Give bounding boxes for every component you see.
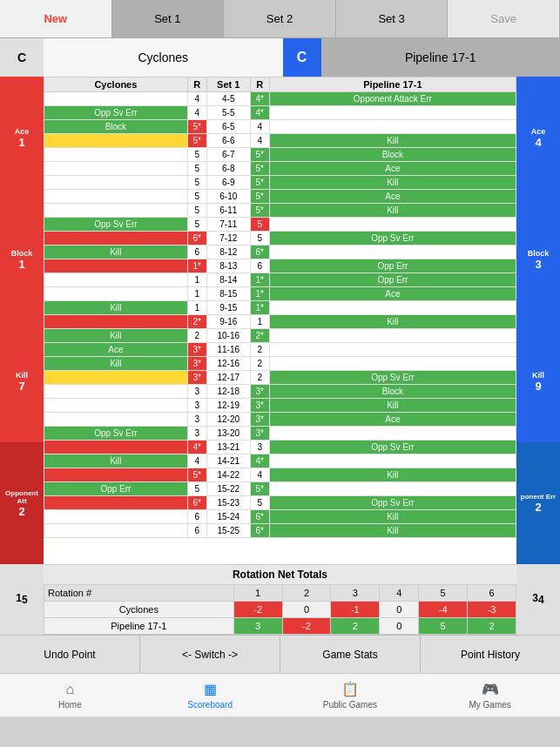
score-left-action: Kill [44,357,188,371]
score-right-action: Opp Err [269,259,516,273]
rotation-pipeline-val: 2 [331,618,380,635]
score-left-action: Kill [44,329,188,343]
score-left-action: Kill [44,301,188,315]
score-left-action [44,441,188,454]
score-right-action: Kill [269,134,516,148]
rotation-outer: 1 5 Rotation Net Totals Rotation #123456… [0,564,560,635]
col-set1: Set 1 [206,77,250,92]
point-history-button[interactable]: Point History [421,636,560,673]
score-right-action: Kill [269,176,516,190]
score-right-action [269,329,516,343]
rotation-cyclones-val: 0 [380,602,419,618]
right-side-stats: Ace 4 Block 3 Kill 9 ponent Err 2 [516,77,560,564]
right-stat-block: Block 3 [516,199,560,320]
nav-public-games[interactable]: 📋 Public Games [280,674,421,717]
score-value: 9-16 [206,315,250,329]
right-stat-opp: ponent Err 2 [516,442,560,564]
table-row: 615-246*Kill [44,510,516,524]
score-right-action: Opp Sv Err [269,496,516,510]
score-r2: 6* [250,246,269,259]
table-row: Opp Sv Err313-203* [44,427,516,441]
table-row: Opp Sv Err45-54* [44,106,516,120]
score-left-action [44,134,188,148]
score-value: 6-7 [206,148,250,162]
col-r1: R [187,77,206,92]
score-r1: 2 [187,329,206,343]
switch-button[interactable]: <- Switch -> [140,636,280,673]
score-right-action [269,218,516,232]
score-r2: 4 [250,134,269,148]
score-value: 15-22 [206,482,250,496]
nav-scoreboard[interactable]: ▦ Scoreboard [140,674,280,717]
tab-save[interactable]: Save [448,0,560,37]
table-row: Opp Sv Err57-115 [44,218,516,232]
table-row: Kill414-214* [44,454,516,468]
tab-set1[interactable]: Set 1 [112,0,225,37]
tab-new[interactable]: New [0,0,112,37]
left-stat-opp: Opponent Att 2 [0,442,44,564]
score-r1: 6 [187,246,206,259]
score-r2: 2 [250,371,269,385]
table-row: Block5*6-54 [44,120,516,134]
game-stats-button[interactable]: Game Stats [280,636,421,673]
score-right-action: Kill [269,468,516,482]
table-row: 312-203*Ace [44,413,516,427]
left-side-stats: Ace 1 Block 1 Kill 7 Opponent Att 2 [0,77,44,564]
score-value: 6-11 [206,204,250,218]
score-r2: 5* [250,148,269,162]
score-right-action: Ace [269,162,516,176]
rotation-pipeline-val: 5 [419,618,468,635]
score-value: 6-5 [206,120,250,134]
score-left-action: Opp Err [44,482,188,496]
score-r1: 3 [187,385,206,399]
score-value: 12-20 [206,413,250,427]
score-r2: 4 [250,468,269,482]
score-value: 8-15 [206,287,250,301]
score-r1: 3 [187,399,206,413]
nav-my-games[interactable]: 🎮 My Games [420,674,560,717]
rotation-pipeline-val: 0 [380,618,419,635]
table-row: 56-115*Kill [44,204,516,218]
score-right-action: Kill [269,524,516,538]
action-buttons: Undo Point <- Switch -> Game Stats Point… [0,635,560,673]
score-left-action [44,315,188,329]
right-stat-kill: Kill 9 [516,320,560,442]
score-left-action: Opp Sv Err [44,218,188,232]
table-row: 6*15-235Opp Sv Err [44,496,516,510]
score-value: 6-6 [206,134,250,148]
score-right-action: Kill [269,399,516,413]
team-header: C Cyclones C Pipeline 17-1 [0,38,560,77]
score-left-action [44,413,188,427]
rotation-pipeline-label: Pipeline 17-1 [44,618,234,635]
rotation-header-num: 5 [419,585,468,602]
score-right-action: Kill [269,204,516,218]
rotation-header-num: 2 [282,585,331,602]
scoreboard-icon: ▦ [204,681,217,697]
score-value: 13-20 [206,427,250,441]
table-row: Kill68-126* [44,246,516,259]
score-value: 6-10 [206,190,250,204]
tab-set2[interactable]: Set 2 [224,0,336,37]
score-r1: 4 [187,454,206,468]
score-r2: 4* [250,92,269,106]
score-right-action: Opp Sv Err [269,232,516,246]
score-left-action [44,162,188,176]
rotation-header-label: Rotation # [44,585,234,602]
score-r1: 3 [187,413,206,427]
center-table[interactable]: Cyclones R Set 1 R Pipeline 17-1 44-54*O… [44,77,516,564]
score-value: 11-16 [206,343,250,357]
nav-home[interactable]: ⌂ Home [0,674,140,717]
score-r2: 6 [250,259,269,273]
score-r2: 4* [250,106,269,120]
score-r2: 1 [250,315,269,329]
undo-point-button[interactable]: Undo Point [0,636,140,673]
tab-set3[interactable]: Set 3 [336,0,449,37]
score-value: 9-15 [206,301,250,315]
score-right-action: Ace [269,190,516,204]
score-left-action [44,259,188,273]
score-value: 14-22 [206,468,250,482]
team-c-mid: C [283,38,321,77]
score-value: 12-19 [206,399,250,413]
score-right-action [269,343,516,357]
table-row: 312-183*Block [44,385,516,399]
